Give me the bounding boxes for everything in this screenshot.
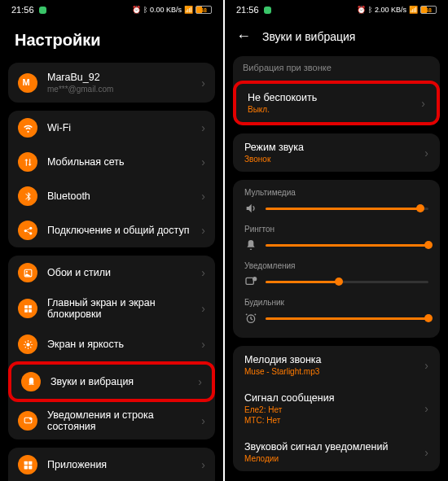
row-sound-mode[interactable]: Режим звука Звонок › xyxy=(233,133,440,172)
svg-point-0 xyxy=(24,229,26,231)
slider-notif: Уведомления xyxy=(244,261,428,288)
alarm-vol-icon xyxy=(244,312,257,325)
alarm-icon: ⏰ xyxy=(357,6,366,14)
row-brightness[interactable]: Экран и яркость › xyxy=(8,327,215,361)
svg-rect-8 xyxy=(29,309,32,313)
svg-rect-6 xyxy=(29,305,32,308)
homescreen-icon xyxy=(18,299,37,318)
notifications-icon xyxy=(18,411,37,431)
chevron-right-icon: › xyxy=(201,338,205,351)
chevron-right-icon: › xyxy=(201,190,205,203)
sound-mode-card: Режим звука Звонок › xyxy=(233,133,440,172)
chevron-right-icon: › xyxy=(201,266,205,279)
svg-rect-5 xyxy=(24,305,28,308)
status-time: 21:56 xyxy=(11,5,34,15)
chevron-right-icon: › xyxy=(424,402,428,415)
svg-point-18 xyxy=(253,278,257,281)
svg-point-11 xyxy=(29,417,32,419)
page-title: Настройки xyxy=(0,20,223,63)
row-sounds[interactable]: Звуки и вибрация › xyxy=(8,361,215,402)
row-ringtone[interactable]: Мелодия звонка Muse - Starlight.mp3 › xyxy=(233,346,440,384)
slider-ringtone: Рингтон xyxy=(244,225,428,251)
data-speed: 2.00 KB/s xyxy=(375,6,406,14)
network-card: Wi-Fi › Мобильная сеть › Bluetooth › Под… xyxy=(8,111,215,247)
svg-rect-7 xyxy=(24,309,28,313)
account-row[interactable]: M MaraBu_92 me***@gmail.com › xyxy=(8,63,215,103)
bell-icon xyxy=(244,238,257,251)
chevron-right-icon: › xyxy=(424,446,428,459)
row-notifications[interactable]: Уведомления и строка состояния › xyxy=(8,402,215,439)
row-apps[interactable]: Приложения › xyxy=(8,448,215,481)
connection-icon xyxy=(18,221,37,240)
bluetooth-icon: ᛒ xyxy=(143,6,147,14)
row-wifi[interactable]: Wi-Fi › xyxy=(8,111,215,145)
apps-card: Приложения › Пароль и безопасность › xyxy=(8,448,215,481)
svg-point-2 xyxy=(29,232,32,234)
wifi-icon xyxy=(18,118,37,138)
status-time: 21:56 xyxy=(236,5,259,15)
signal-icon: 📶 xyxy=(409,6,418,14)
bluetooth-icon: ᛒ xyxy=(368,6,372,14)
svg-rect-12 xyxy=(24,461,27,464)
vibration-card: Вибрация при звонке Не беспокоить Выкл. … xyxy=(233,56,440,125)
row-bluetooth[interactable]: Bluetooth › xyxy=(8,179,215,213)
chevron-right-icon: › xyxy=(201,414,205,427)
back-arrow-icon[interactable]: ← xyxy=(236,28,251,45)
row-notif-sound[interactable]: Звуковой сигнал уведомлений Мелодии › xyxy=(233,433,440,471)
apps-icon xyxy=(18,455,37,474)
volume-card: Мультимедиа Рингтон Уведомления xyxy=(233,180,440,338)
signal-icon: 📶 xyxy=(184,6,193,14)
slider-track[interactable] xyxy=(266,244,428,247)
svg-rect-13 xyxy=(29,461,32,464)
slider-media: Мультимедиа xyxy=(244,188,428,215)
slider-track[interactable] xyxy=(266,208,428,210)
chevron-right-icon: › xyxy=(424,146,428,160)
chevron-right-icon: › xyxy=(201,77,205,90)
chevron-right-icon: › xyxy=(198,375,202,388)
phone-sounds: 21:56 ⏰ ᛒ 2.00 KB/s 📶 48 ← Звуки и вибра… xyxy=(225,0,448,481)
row-homescreen[interactable]: Главный экран и экран блокировки › xyxy=(8,290,215,327)
slider-track[interactable] xyxy=(266,281,428,283)
chevron-right-icon: › xyxy=(424,359,428,372)
phone-settings: 21:56 ⏰ ᛒ 0.00 KB/s 📶 48 Настройки M Mar… xyxy=(0,0,223,481)
status-bar: 21:56 ⏰ ᛒ 2.00 KB/s 📶 48 xyxy=(225,0,448,20)
svg-point-1 xyxy=(29,226,32,229)
data-speed: 0.00 KB/s xyxy=(150,6,182,14)
sound-icon xyxy=(21,372,41,391)
svg-rect-15 xyxy=(29,466,32,469)
chevron-right-icon: › xyxy=(421,97,425,110)
status-indicator-icon xyxy=(39,7,46,14)
vibration-label: Вибрация при звонке xyxy=(233,56,440,81)
row-connection[interactable]: Подключение и общий доступ › xyxy=(8,213,215,247)
svg-point-4 xyxy=(25,270,27,272)
row-dnd[interactable]: Не беспокоить Выкл. › xyxy=(233,81,440,125)
row-message[interactable]: Сигнал сообщения Еле2: Нет МТС: Нет › xyxy=(233,384,440,433)
account-name: MaraBu_92 xyxy=(47,72,201,83)
row-mobile[interactable]: Мобильная сеть › xyxy=(8,145,215,179)
slider-alarm: Будильник xyxy=(244,298,428,325)
page-title: Звуки и вибрация xyxy=(262,30,355,43)
chevron-right-icon: › xyxy=(201,302,205,315)
header: ← Звуки и вибрация xyxy=(225,20,448,56)
wallpaper-icon xyxy=(18,263,37,282)
bluetooth-icon xyxy=(18,186,37,206)
mobile-data-icon xyxy=(18,152,37,172)
avatar: M xyxy=(18,73,37,93)
slider-track[interactable] xyxy=(266,317,428,320)
speaker-icon xyxy=(244,202,257,215)
svg-point-9 xyxy=(26,343,29,346)
alarm-icon: ⏰ xyxy=(132,6,141,14)
account-card: M MaraBu_92 me***@gmail.com › xyxy=(8,63,215,103)
ringtone-card: Мелодия звонка Muse - Starlight.mp3 › Си… xyxy=(233,346,440,471)
status-indicator-icon xyxy=(264,7,271,14)
brightness-icon xyxy=(18,335,37,354)
svg-rect-17 xyxy=(246,278,253,284)
status-bar: 21:56 ⏰ ᛒ 0.00 KB/s 📶 48 xyxy=(0,0,223,20)
chevron-right-icon: › xyxy=(201,155,205,168)
display-card: Обои и стили › Главный экран и экран бло… xyxy=(8,256,215,439)
row-wallpaper[interactable]: Обои и стили › xyxy=(8,256,215,290)
account-email: me***@gmail.com xyxy=(47,85,201,94)
chevron-right-icon: › xyxy=(201,224,205,237)
svg-rect-14 xyxy=(24,466,27,469)
chevron-right-icon: › xyxy=(201,121,205,134)
